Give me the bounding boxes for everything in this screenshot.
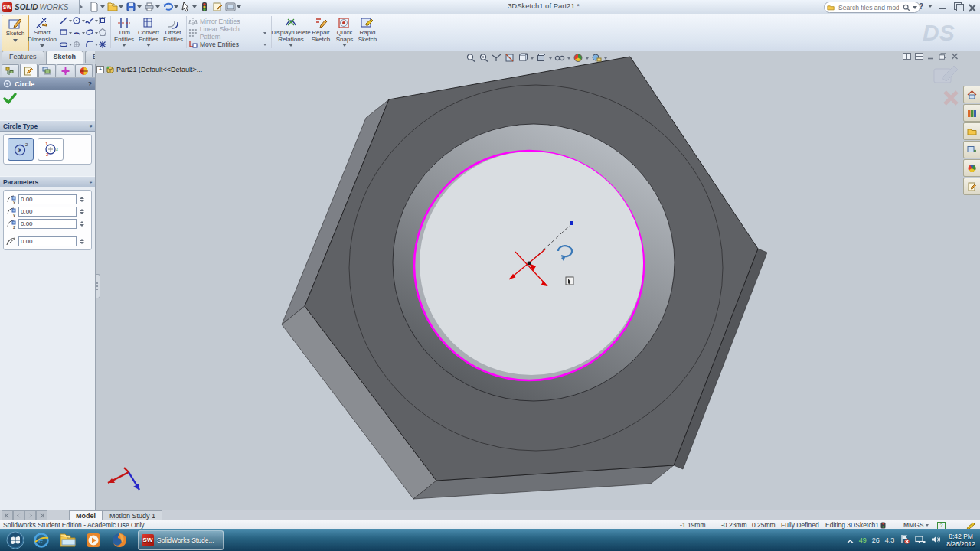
action-center-flag-icon[interactable]: [900, 533, 910, 547]
close-button[interactable]: [968, 2, 978, 11]
radius-spinner[interactable]: [78, 239, 85, 244]
fillet-tool[interactable]: [85, 38, 94, 52]
minimize-button[interactable]: [937, 2, 948, 11]
offset-entities-button[interactable]: Offset Entities: [162, 15, 185, 51]
move-entities-item[interactable]: Move Entities: [188, 39, 270, 50]
linear-pattern-caret[interactable]: [263, 32, 266, 34]
new-button[interactable]: [89, 1, 105, 13]
file-properties-button[interactable]: [212, 1, 223, 13]
confirmation-corner[interactable]: [931, 64, 966, 113]
sketch-endpoint-handle[interactable]: [570, 221, 573, 225]
y-spinner[interactable]: [78, 209, 85, 214]
sketch-origin-point[interactable]: [528, 262, 531, 266]
view-orientation-caret[interactable]: [531, 57, 534, 60]
graphics-viewport[interactable]: + Part21 (Default<<Default>...: [95, 51, 980, 510]
select-button[interactable]: [181, 1, 197, 13]
open-button[interactable]: [107, 1, 123, 13]
display-manager-tab[interactable]: [75, 64, 93, 77]
print-button[interactable]: [144, 1, 160, 13]
dimxpert-manager-tab[interactable]: [57, 64, 74, 77]
property-manager-tab[interactable]: [20, 64, 38, 77]
windows-explorer-button[interactable]: [57, 531, 78, 549]
hide-show-items-button[interactable]: [554, 52, 565, 66]
z-coordinate-input[interactable]: [18, 219, 77, 229]
taskbar-clock[interactable]: 8:42 PM 8/26/2012: [946, 533, 975, 548]
split-view-icon[interactable]: [903, 53, 911, 60]
edit-appearance-button[interactable]: [573, 52, 583, 66]
network-icon[interactable]: [915, 533, 926, 547]
sketch-tool-button[interactable]: Sketch: [2, 15, 29, 51]
view-orientation-button[interactable]: [518, 52, 528, 66]
z-spinner[interactable]: [78, 221, 85, 227]
star-tool[interactable]: [98, 38, 107, 52]
restore-button[interactable]: [952, 2, 963, 11]
help-button[interactable]: ?: [919, 2, 923, 11]
search-icon[interactable]: [903, 4, 910, 11]
volume-icon[interactable]: [931, 533, 941, 547]
tab-features[interactable]: Features: [2, 51, 44, 63]
rebuild-button[interactable]: [199, 1, 210, 13]
parameters-group-header[interactable]: Parameters «: [0, 176, 95, 187]
linear-pattern-item[interactable]: Linear Sketch Pattern: [188, 28, 270, 38]
file-explorer-tab[interactable]: [963, 122, 980, 140]
tray-expand-arrow[interactable]: [847, 533, 854, 547]
section-view-button[interactable]: [505, 52, 515, 66]
x-coordinate-input[interactable]: [18, 194, 77, 204]
design-library-tab[interactable]: [963, 104, 980, 122]
hex-nut-model[interactable]: [95, 51, 980, 510]
slot-tool[interactable]: [59, 38, 68, 52]
ok-button[interactable]: [3, 93, 17, 107]
property-help-button[interactable]: ?: [88, 80, 93, 88]
smart-dimension-button[interactable]: Smart Dimension: [29, 15, 55, 51]
feature-manager-tab[interactable]: [2, 64, 19, 77]
repair-sketch-button[interactable]: Repair Sketch: [309, 15, 333, 51]
trim-entities-button[interactable]: Trim Entities: [113, 15, 136, 51]
appearance-caret[interactable]: [586, 57, 589, 60]
save-button[interactable]: [126, 1, 142, 13]
help-caret[interactable]: [928, 5, 933, 8]
zoom-fit-button[interactable]: [466, 52, 476, 66]
search-input[interactable]: [837, 3, 900, 12]
appearances-tab[interactable]: [963, 159, 980, 177]
split-view2-icon[interactable]: [915, 53, 923, 60]
scene-caret[interactable]: [604, 57, 607, 60]
tab-sketch[interactable]: Sketch: [46, 51, 84, 64]
search-dropdown-caret[interactable]: [913, 6, 917, 9]
display-delete-relations-button[interactable]: Display/Delete Relations: [273, 15, 309, 51]
doc-restore-icon[interactable]: [939, 53, 947, 60]
media-player-button[interactable]: [83, 531, 104, 549]
cancel-sketch-ghost-icon[interactable]: [945, 92, 957, 104]
tree-expand-icon[interactable]: +: [96, 66, 104, 73]
search-box[interactable]: [824, 2, 920, 13]
panel-splitter-handle[interactable]: [95, 274, 100, 298]
menu-flyout-arrow[interactable]: [80, 5, 83, 9]
x-spinner[interactable]: [78, 197, 85, 202]
zoom-area-button[interactable]: [479, 52, 489, 66]
hide-show-caret[interactable]: [567, 57, 570, 60]
doc-minimize-icon[interactable]: [927, 53, 935, 60]
quick-tips-button[interactable]: ?: [937, 522, 946, 530]
quick-snaps-button[interactable]: Quick Snaps: [333, 15, 356, 51]
custom-properties-tab[interactable]: [963, 178, 980, 195]
point-tool[interactable]: [72, 38, 81, 52]
move-entities-caret[interactable]: [263, 44, 266, 46]
taskbar-app-button[interactable]: SW SolidWorks Stude...: [138, 530, 224, 550]
firefox-button[interactable]: [109, 531, 130, 549]
convert-entities-button[interactable]: Convert Entities: [136, 15, 162, 51]
internet-explorer-button[interactable]: e: [31, 531, 52, 549]
center-circle-button[interactable]: 21: [8, 138, 34, 161]
rapid-sketch-button[interactable]: Rapid Sketch: [356, 15, 379, 51]
display-style-button[interactable]: [536, 52, 547, 66]
perimeter-circle-button[interactable]: 132: [38, 138, 64, 161]
y-coordinate-input[interactable]: [18, 207, 77, 217]
apply-scene-button[interactable]: [591, 52, 602, 66]
circle-type-group-header[interactable]: Circle Type «: [0, 120, 95, 132]
start-button[interactable]: [5, 531, 26, 549]
view-palette-tab[interactable]: [963, 141, 980, 158]
exit-sketch-ghost-icon[interactable]: [934, 66, 958, 83]
units-selector[interactable]: MMGS: [903, 521, 929, 529]
resources-tab[interactable]: [963, 86, 980, 103]
collapse-chevron-icon[interactable]: «: [87, 124, 93, 127]
doc-close-icon[interactable]: [951, 53, 959, 60]
configuration-manager-tab[interactable]: [38, 64, 56, 77]
